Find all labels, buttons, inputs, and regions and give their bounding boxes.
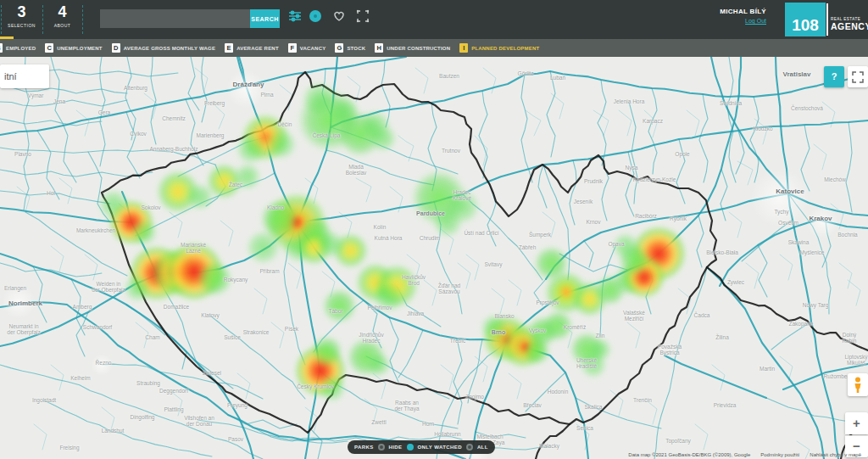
street-view-pegman[interactable]	[848, 373, 868, 396]
map-label: Znojmo	[465, 394, 484, 400]
map-label: Rybnik	[670, 216, 687, 221]
map-label: Mladá Boleslav	[346, 164, 367, 176]
tab-selection[interactable]: 3 SELECTION	[1, 0, 42, 39]
radio-all[interactable]	[466, 444, 473, 451]
filter-label: EMPLOYED	[6, 46, 36, 51]
map-label: Domažlice	[164, 304, 189, 310]
map-label: Tychy	[775, 209, 789, 215]
urban-area	[226, 70, 265, 109]
parks-label: PARKS	[354, 445, 374, 450]
help-button[interactable]: ?	[824, 66, 844, 87]
heat-blob	[534, 246, 569, 281]
map-label: Svitavy	[485, 261, 503, 267]
map-label: Altenburg	[124, 85, 147, 91]
heat-blob	[322, 288, 357, 323]
map-label: Považská Bystrica	[658, 344, 682, 356]
map-label: Jeseník	[574, 199, 593, 204]
map-type-box[interactable]: itní	[0, 64, 49, 88]
radio-only-watched[interactable]	[407, 444, 414, 451]
map-label: Řezno	[96, 360, 112, 366]
radio-hide[interactable]	[378, 444, 385, 451]
map-label: Kladno	[267, 204, 284, 210]
heart-icon[interactable]	[332, 9, 346, 23]
map-label: Horn	[422, 421, 434, 427]
filter-under-construction[interactable]: HUNDER CONSTRUCTION	[375, 43, 450, 53]
map-label: Bielsko-Biała	[706, 249, 738, 255]
map-label: Schwandorf	[83, 324, 112, 330]
radio-label: HIDE	[389, 445, 403, 450]
filter-average-rent[interactable]: EAVERAGE RENT	[225, 43, 279, 53]
zoom-in-button[interactable]: +	[845, 412, 868, 434]
map-label: Pirna	[260, 92, 273, 98]
map-label: Gera	[98, 109, 110, 115]
map-label: Nowy Targ	[803, 302, 829, 308]
map-label: Čenstochová	[791, 105, 823, 111]
map-label: Kutná Hora	[375, 235, 403, 241]
map-label: Klatovy	[201, 312, 219, 318]
map-label: Čadca	[694, 312, 710, 318]
filter-sliders-icon[interactable]	[288, 9, 302, 23]
filter-vacancy[interactable]: FVACANCY	[288, 43, 326, 53]
attribution-text: Podmínky použití	[760, 452, 799, 457]
target-icon[interactable]	[309, 9, 322, 23]
map-label: Opava	[608, 241, 624, 247]
filter-planned-development[interactable]: IPLANNED DEVELOPMENT	[459, 43, 539, 53]
map-label: Prostějov	[536, 299, 559, 305]
map-label: Kędzierzyn-Koźle	[633, 176, 676, 182]
map-label: Dingolfing	[131, 414, 155, 420]
map-attribution: Data map ©2021 GeoBasis-DE/BKG (©2009), …	[628, 452, 861, 457]
map-canvas[interactable]: VýmarJenaGeraAltenburgCvikovChemnitzPlav…	[0, 57, 868, 459]
map-label: Hollabrunn	[434, 431, 460, 437]
map-label: Drážďany	[233, 81, 264, 88]
map-label: Skawina	[788, 239, 810, 245]
map-label: Sokolov	[141, 204, 160, 210]
map-label: Jindřichův Hradec	[359, 332, 383, 344]
map-label: Freyung	[227, 402, 248, 408]
filter-label: VACANCY	[300, 46, 326, 51]
map-label: Blansko	[494, 313, 514, 319]
map-label: Jelenia Hora	[614, 98, 645, 104]
map-label: Annaberg-Buchholz	[149, 146, 198, 152]
map-label: Opole	[675, 151, 689, 157]
map-label: Jena	[53, 98, 65, 104]
map-label: Ústí nad Orlicí	[464, 230, 498, 236]
map-label: Zábřeh	[519, 244, 537, 250]
filter-employed[interactable]: BEMPLOYED	[0, 43, 36, 53]
logout-link[interactable]: Log Out	[720, 18, 766, 24]
filter-letter-badge: F	[288, 43, 297, 53]
filter-label: UNDER CONSTRUCTION	[387, 46, 450, 51]
map-label: Výmar	[28, 92, 44, 98]
map-label: Pelhřimov	[368, 305, 392, 311]
map-label: Racibórz	[635, 213, 657, 219]
map-label: Žilina	[715, 334, 729, 340]
filter-letter-badge: I	[459, 43, 468, 53]
fullscreen-button[interactable]	[848, 66, 868, 87]
map-label: Nysa	[626, 165, 638, 171]
map-label: Třebíč	[450, 338, 465, 344]
map-label: Pardubice	[416, 210, 445, 217]
search-input[interactable]	[100, 9, 250, 28]
map-label: Krakov	[809, 215, 832, 222]
parks-toggle: PARKSHIDEONLY WATCHEDALL	[348, 440, 495, 454]
brand-divider	[826, 3, 828, 36]
map-label: Valašské Meziříčí	[623, 310, 645, 322]
map-label: Marienberg	[197, 132, 225, 138]
map-label: Prievidza	[714, 402, 737, 408]
map-label: Senica	[576, 425, 593, 431]
map-label: Liptovský Mikuláš	[844, 354, 867, 367]
radio-label: ALL	[477, 445, 488, 450]
map-label: Zwettl	[371, 419, 386, 425]
filter-bar: BEMPLOYEDCUNEMPLOYMENTDAVERAGE GROSS MON…	[0, 39, 868, 57]
filter-unemployment[interactable]: CUNEMPLOYMENT	[45, 43, 102, 53]
map-label: Havlíčkův Brod	[402, 274, 426, 287]
search-button[interactable]: SEARCH	[250, 9, 280, 28]
tab-about[interactable]: 4 ABOUT	[42, 0, 82, 39]
map-label: Vilshofen an der Donau	[184, 415, 214, 428]
map-label: Freiberg	[204, 100, 225, 106]
map-label: Uherské Hradiště	[576, 357, 597, 370]
filter-average-gross-monthly-wage[interactable]: DAVERAGE GROSS MONTHLY WAGE	[112, 43, 215, 53]
map-label: Písek	[285, 326, 298, 332]
filter-stock[interactable]: GSTOCK	[335, 43, 365, 53]
area-select-icon[interactable]	[356, 9, 370, 23]
map-label: Freising	[59, 445, 79, 451]
